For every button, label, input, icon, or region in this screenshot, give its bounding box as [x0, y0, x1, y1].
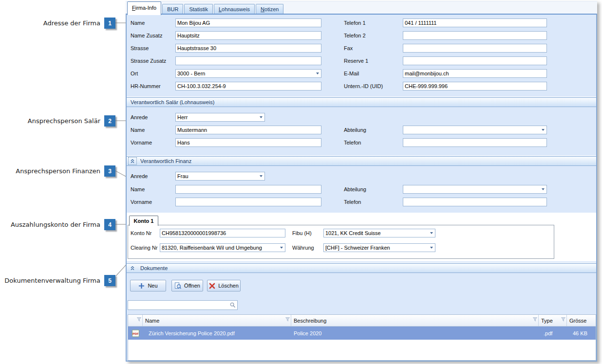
oeffnen-button[interactable]: Öffnen — [171, 280, 203, 291]
chevron-down-icon[interactable] — [539, 185, 546, 193]
finanz-vorname-label: Vorname — [131, 198, 152, 206]
waehrung-combobox[interactable]: [CHF] - Schweizer Franken — [323, 243, 435, 252]
collapse-section-button[interactable] — [129, 158, 136, 164]
document-search-box — [128, 300, 238, 310]
svg-text:PDF: PDF — [132, 332, 139, 335]
fibu-combobox[interactable]: 1021, KK Credit Suisse — [323, 229, 435, 237]
telefon2-input[interactable] — [403, 31, 547, 40]
finanz-anrede-combobox[interactable]: Frau — [175, 172, 265, 181]
strasse-zusatz-input[interactable] — [175, 56, 321, 65]
loeschen-button[interactable]: Löschen — [207, 280, 241, 291]
fax-input[interactable] — [403, 44, 547, 53]
salaer-name-label: Name — [131, 126, 145, 134]
salaer-anrede-label: Anrede — [131, 113, 148, 122]
tab-lohnausweis[interactable]: Lohnausweis — [214, 4, 255, 14]
name-input[interactable] — [175, 18, 321, 27]
tab-konto-1[interactable]: Konto 1 — [129, 216, 158, 226]
tab-statistik[interactable]: Statistik — [184, 4, 213, 14]
chevron-down-icon[interactable] — [428, 229, 435, 237]
salaer-telefon-input[interactable] — [403, 138, 547, 147]
chevron-down-icon[interactable] — [314, 70, 321, 77]
collapse-section-button[interactable] — [129, 265, 136, 272]
filter-funnel-icon[interactable] — [561, 317, 565, 322]
open-document-icon — [174, 282, 181, 289]
chevron-down-icon[interactable] — [278, 244, 285, 252]
document-groesse-cell: 46 KB — [567, 330, 596, 336]
chevron-down-icon[interactable] — [539, 126, 546, 134]
name-label: Name — [131, 18, 145, 27]
salaer-vorname-input[interactable] — [175, 138, 321, 147]
neu-button[interactable]: Neu — [130, 280, 166, 291]
finanz-anrede-label: Anrede — [131, 172, 148, 181]
section-header-verantwortlich-salaer: Verantwortlich Salär (Lohnausweis) — [127, 97, 596, 107]
filter-funnel-icon[interactable] — [137, 317, 141, 322]
konto-nr-input[interactable] — [160, 229, 285, 237]
finanz-telefon-input[interactable] — [403, 198, 547, 206]
indicator-column-header[interactable] — [128, 315, 143, 326]
annotation-badge-1: 1 — [104, 18, 115, 29]
ort-label: Ort — [131, 69, 138, 78]
chevron-down-icon[interactable] — [257, 172, 264, 180]
email-label: E-Mail — [344, 69, 359, 78]
salaer-abteilung-label: Abteilung — [344, 126, 366, 134]
annotation-label-salaer: Ansprechsperson Salär — [0, 117, 100, 125]
document-search-input[interactable] — [128, 302, 228, 308]
filter-funnel-icon[interactable] — [285, 317, 290, 322]
tab-firma-info[interactable]: Firma-Info — [127, 1, 161, 15]
tab-bar: Firma-Info BUR Statistik Lohnausweis Not… — [126, 1, 597, 14]
annotation-badge-4: 4 — [104, 219, 115, 230]
fax-label: Fax — [344, 44, 353, 53]
salaer-telefon-label: Telefon — [344, 138, 361, 147]
section-title: Verantwortlich Finanz — [140, 158, 191, 164]
telefon1-label: Telefon 1 — [344, 18, 366, 27]
column-header-type[interactable]: Type — [539, 315, 567, 326]
hr-nummer-input[interactable] — [175, 82, 321, 91]
finanz-vorname-input[interactable] — [175, 198, 321, 206]
column-header-beschreibung[interactable]: Beschreibung — [291, 315, 539, 326]
email-input[interactable] — [403, 69, 547, 78]
column-header-name[interactable]: Name — [143, 315, 291, 326]
annotation-badge-2: 2 — [104, 115, 115, 127]
uid-label: Untern.-ID (UID) — [344, 82, 383, 91]
finanz-name-label: Name — [131, 185, 145, 194]
telefon1-input[interactable] — [403, 18, 547, 27]
name-zusatz-input[interactable] — [175, 31, 321, 40]
annotation-badge-5: 5 — [104, 275, 115, 286]
tab-notizen[interactable]: Notizen — [256, 4, 283, 14]
column-header-groesse[interactable]: Grösse — [567, 315, 596, 326]
salaer-vorname-label: Vorname — [131, 138, 152, 147]
double-chevron-up-icon — [130, 159, 135, 164]
finanz-name-input[interactable] — [175, 185, 321, 194]
strasse-input[interactable] — [175, 44, 321, 53]
tab-bur[interactable]: BUR — [162, 4, 183, 14]
tab-page-firma-info: Name Name Zusatz Strasse Strasse Zusatz … — [126, 14, 597, 362]
clearing-nr-combobox[interactable]: 81320, Raiffeisenbank Wil und Umgebung — [160, 243, 285, 252]
ort-combobox[interactable]: 3000 - Bern — [175, 69, 321, 78]
section-header-dokumente: Dokumente — [127, 263, 596, 273]
telefon2-label: Telefon 2 — [344, 31, 366, 40]
annotation-label-finanzen: Ansprechsperson Finanzen — [0, 167, 100, 175]
reserve1-label: Reserve 1 — [344, 56, 368, 65]
plus-icon — [138, 283, 145, 289]
clearing-nr-label: Clearing Nr — [131, 243, 158, 252]
hr-nummer-label: HR-Nummer — [131, 82, 161, 91]
documents-table-header: Name Beschreibung Type — [128, 315, 596, 327]
section-title: Dokumente — [140, 265, 168, 271]
filter-funnel-icon[interactable] — [533, 317, 537, 322]
fibu-label: Fibu (H) — [292, 229, 312, 237]
annotation-label-adresse: Adresse der Firma — [0, 19, 100, 27]
table-row[interactable]: PDF Zürich Versicherung Police 2020.pdf … — [128, 327, 596, 340]
chevron-down-icon[interactable] — [257, 113, 264, 121]
firma-panel: Firma-Info BUR Statistik Lohnausweis Not… — [126, 1, 597, 362]
salaer-name-input[interactable] — [175, 126, 321, 134]
chevron-down-icon[interactable] — [428, 244, 435, 252]
salaer-anrede-combobox[interactable]: Herr — [175, 113, 265, 122]
finanz-abteilung-combobox[interactable] — [403, 185, 547, 194]
uid-input[interactable] — [403, 82, 547, 91]
reserve1-input[interactable] — [403, 56, 547, 65]
document-type-cell: .pdf — [539, 330, 567, 336]
search-icon[interactable] — [228, 302, 237, 308]
finanz-abteilung-label: Abteilung — [344, 185, 366, 194]
document-name-cell: Zürich Versicherung Police 2020.pdf — [143, 330, 291, 336]
salaer-abteilung-combobox[interactable] — [403, 126, 547, 134]
